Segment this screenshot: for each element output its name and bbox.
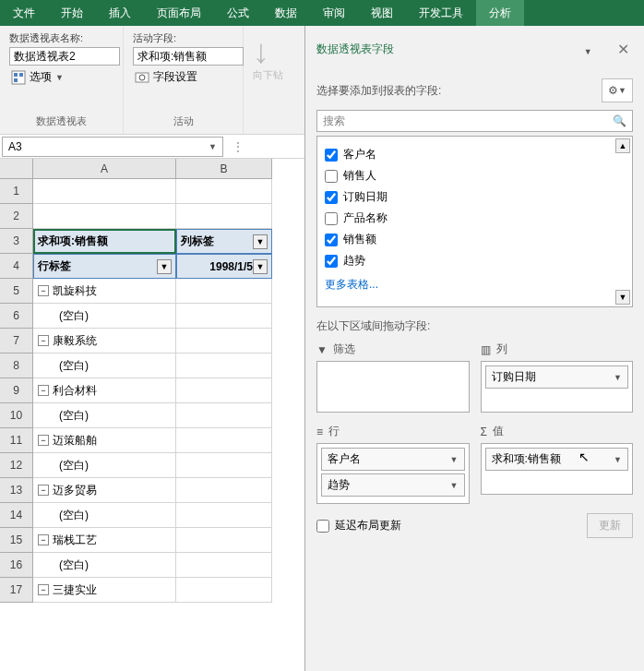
cell[interactable]: −凯旋科技 <box>33 279 176 304</box>
field-item[interactable]: 趋势 <box>325 250 625 271</box>
ribbon-tab-0[interactable]: 文件 <box>0 0 48 26</box>
filter-dropdown-icon[interactable]: ▼ <box>253 234 268 249</box>
pane-menu-icon[interactable]: ▼ <box>584 47 611 56</box>
cell[interactable] <box>176 179 272 204</box>
cell[interactable] <box>176 353 272 378</box>
pt-name-input[interactable] <box>9 47 120 66</box>
collapse-icon[interactable]: − <box>38 534 49 545</box>
row-header[interactable]: 7 <box>0 329 33 353</box>
cell[interactable]: (空白) <box>33 403 176 428</box>
field-item[interactable]: 订购日期 <box>325 186 625 208</box>
cell[interactable] <box>176 403 272 428</box>
area-pill[interactable]: 客户名▼ <box>321 448 465 471</box>
ribbon-tab-9[interactable]: 分析 <box>476 0 524 26</box>
active-field-input[interactable] <box>133 47 244 66</box>
row-header[interactable]: 13 <box>0 478 33 503</box>
cell[interactable]: −利合材料 <box>33 378 176 403</box>
cell[interactable] <box>176 503 272 528</box>
cell[interactable] <box>176 528 272 553</box>
row-header[interactable]: 3 <box>0 229 33 254</box>
cell[interactable]: (空白) <box>33 503 176 528</box>
cell[interactable] <box>176 578 272 603</box>
cell[interactable] <box>176 378 272 403</box>
ribbon-tab-7[interactable]: 视图 <box>358 0 406 26</box>
chevron-down-icon[interactable]: ▼ <box>450 481 459 490</box>
field-settings-button[interactable]: 字段设置 <box>133 67 233 87</box>
chevron-down-icon[interactable]: ▼ <box>614 455 622 464</box>
col-header-a[interactable]: A <box>33 159 176 179</box>
collapse-icon[interactable]: − <box>38 485 49 496</box>
row-header[interactable]: 12 <box>0 453 33 478</box>
ribbon-tab-1[interactable]: 开始 <box>48 0 96 26</box>
cell[interactable]: (空白) <box>33 353 176 378</box>
col-header-b[interactable]: B <box>176 159 272 179</box>
row-header[interactable]: 6 <box>0 304 33 329</box>
columns-drop-area[interactable]: 订购日期▼ <box>481 361 634 413</box>
ribbon-tab-2[interactable]: 插入 <box>96 0 144 26</box>
collapse-icon[interactable]: − <box>38 584 49 595</box>
cell[interactable] <box>176 478 272 503</box>
filter-dropdown-icon[interactable]: ▼ <box>253 259 268 274</box>
close-icon[interactable]: ✕ <box>614 42 633 57</box>
defer-layout-checkbox[interactable]: 延迟布局更新 <box>316 515 401 536</box>
ribbon-tab-4[interactable]: 公式 <box>214 0 262 26</box>
cell[interactable]: −迈多贸易 <box>33 478 176 503</box>
ribbon-tab-5[interactable]: 数据 <box>262 0 310 26</box>
field-item[interactable]: 产品名称 <box>325 208 625 229</box>
row-header[interactable]: 14 <box>0 503 33 528</box>
cell[interactable] <box>176 428 272 453</box>
row-header[interactable]: 10 <box>0 403 33 428</box>
options-button[interactable]: 选项 ▼ <box>9 67 113 87</box>
ribbon-tab-3[interactable]: 页面布局 <box>144 0 214 26</box>
ribbon-tab-6[interactable]: 审阅 <box>310 0 358 26</box>
cell[interactable] <box>33 179 176 204</box>
chevron-down-icon[interactable]: ▼ <box>450 455 459 464</box>
ribbon-tab-8[interactable]: 开发工具 <box>406 0 476 26</box>
area-pill[interactable]: 趋势▼ <box>321 473 465 497</box>
cell[interactable]: (空白) <box>33 453 176 478</box>
collapse-icon[interactable]: − <box>38 285 49 296</box>
row-header[interactable]: 8 <box>0 353 33 378</box>
chevron-down-icon[interactable]: ▼ <box>209 142 217 151</box>
grid-body[interactable]: 123求和项:销售额列标签▼4行标签▼1998/1/5▼5−凯旋科技6(空白)7… <box>0 179 272 603</box>
scroll-down-icon[interactable]: ▼ <box>615 290 630 305</box>
gear-button[interactable]: ⚙▼ <box>602 78 633 102</box>
row-header[interactable]: 4 <box>0 254 33 279</box>
row-header[interactable]: 9 <box>0 378 33 403</box>
row-header[interactable]: 1 <box>0 179 33 204</box>
row-header[interactable]: 17 <box>0 578 33 603</box>
cell[interactable] <box>176 304 272 329</box>
values-drop-area[interactable]: ↖ 求和项:销售额▼ <box>481 443 634 495</box>
cell[interactable]: −迈策船舶 <box>33 428 176 453</box>
cell[interactable]: 求和项:销售额 <box>33 229 176 254</box>
cell[interactable] <box>33 204 176 229</box>
rows-drop-area[interactable]: 客户名▼趋势▼ <box>316 443 470 504</box>
cell[interactable]: 1998/1/5▼ <box>176 254 272 279</box>
area-pill[interactable]: 求和项:销售额▼ <box>485 448 629 471</box>
more-tables-link[interactable]: 更多表格... <box>325 271 625 298</box>
area-pill[interactable]: 订购日期▼ <box>485 365 629 389</box>
cell[interactable] <box>176 279 272 304</box>
row-header[interactable]: 15 <box>0 528 33 553</box>
update-button[interactable]: 更新 <box>587 513 633 538</box>
filter-drop-area[interactable] <box>316 361 470 413</box>
cell[interactable] <box>176 329 272 353</box>
cell[interactable]: 列标签▼ <box>176 229 272 254</box>
cell[interactable]: −康毅系统 <box>33 329 176 353</box>
row-header[interactable]: 16 <box>0 553 33 578</box>
cell[interactable]: −瑞栈工艺 <box>33 528 176 553</box>
search-input[interactable]: 搜索 🔍 <box>316 110 633 132</box>
select-all-corner[interactable] <box>0 159 33 179</box>
cell[interactable] <box>176 204 272 229</box>
filter-dropdown-icon[interactable]: ▼ <box>157 259 172 274</box>
cell[interactable] <box>176 553 272 578</box>
cell[interactable]: −三捷实业 <box>33 578 176 603</box>
row-header[interactable]: 11 <box>0 428 33 453</box>
row-header[interactable]: 2 <box>0 204 33 229</box>
row-header[interactable]: 5 <box>0 279 33 304</box>
cell[interactable]: (空白) <box>33 304 176 329</box>
cell[interactable] <box>176 453 272 478</box>
field-item[interactable]: 销售额 <box>325 229 625 250</box>
scroll-up-icon[interactable]: ▲ <box>615 138 630 153</box>
cell[interactable]: 行标签▼ <box>33 254 176 279</box>
